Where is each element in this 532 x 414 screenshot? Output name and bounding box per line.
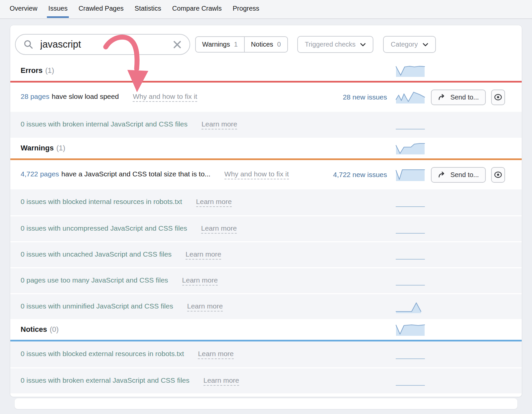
zero-issue-text: 0 issues with broken internal JavaScript… (21, 120, 188, 128)
tab-progress[interactable]: Progress (232, 5, 260, 18)
section-header-spacer: Warnings(1) (21, 144, 328, 152)
sparkline-cell (395, 347, 426, 361)
bottom-scroll-strip[interactable] (15, 398, 517, 409)
sparkline-cell (395, 222, 426, 236)
issues-panel: Warnings 1 Notices 0 Triggered checks Ca… (10, 25, 522, 397)
why-how-to-fix-link[interactable]: Why and how to fix it (133, 93, 197, 102)
send-to-button[interactable]: Send to... (431, 90, 486, 105)
triggered-checks-dropdown[interactable]: Triggered checks (297, 36, 374, 53)
sparkline-cell (395, 64, 426, 78)
section-count: (0) (50, 325, 59, 334)
learn-more-link[interactable]: Learn more (187, 302, 223, 311)
triggered-checks-label: Triggered checks (305, 41, 356, 48)
issue-row-main: 28 pageshave slow load speedWhy and how … (21, 93, 328, 102)
filter-notices-count: 0 (277, 41, 281, 48)
learn-more-link[interactable]: Learn more (198, 350, 233, 359)
zero-issue-row: 0 issues with blocked internal resources… (10, 189, 522, 215)
issue-row-main: 0 pages use too many JavaScript and CSS … (21, 276, 328, 286)
learn-more-link[interactable]: Learn more (201, 120, 237, 129)
new-issues-link[interactable]: 4,722 new issues (333, 171, 387, 178)
zero-issue-row: 0 issues with unminified JavaScript and … (10, 293, 522, 319)
trend-sparkline (395, 64, 426, 78)
filter-warnings-label: Warnings (202, 41, 230, 48)
send-to-label: Send to... (450, 171, 479, 179)
trend-sparkline (395, 141, 426, 155)
filter-notices[interactable]: Notices 0 (244, 37, 287, 52)
trend-sparkline (395, 168, 426, 182)
sparkline-cell (395, 248, 426, 262)
issue-row-text: have a JavaScript and CSS total size tha… (62, 170, 210, 178)
hide-issue-button[interactable] (491, 90, 505, 105)
section-count: (1) (56, 144, 65, 152)
trend-sparkline (395, 195, 426, 209)
sparkline-cell (395, 168, 426, 182)
learn-more-link[interactable]: Learn more (186, 250, 221, 260)
tab-overview[interactable]: Overview (9, 5, 38, 18)
zero-issue-row: 0 issues with uncached JavaScript and CS… (10, 241, 522, 267)
section-header-warnings: Warnings(1) (10, 138, 522, 158)
zero-issue-text: 0 issues with uncached JavaScript and CS… (21, 250, 172, 258)
issue-pages-link[interactable]: 28 pages (21, 93, 49, 101)
section-count: (1) (45, 66, 54, 75)
section-title: Notices (21, 325, 47, 334)
learn-more-link[interactable]: Learn more (203, 376, 239, 386)
why-how-to-fix-link[interactable]: Why and how to fix it (224, 170, 289, 179)
issues-list: Errors(1)28 pageshave slow load speedWhy… (10, 60, 522, 393)
section-header-errors: Errors(1) (10, 60, 522, 81)
sparkline-cell (395, 300, 426, 314)
issue-row-main: 4,722 pageshave a JavaScript and CSS tot… (21, 170, 328, 179)
search-input[interactable] (40, 39, 173, 50)
issue-row-main: 0 issues with blocked external resources… (21, 350, 328, 359)
sparkline-cell (395, 274, 426, 288)
trend-sparkline (395, 347, 426, 361)
issue-row-main: 0 issues with broken external JavaScript… (21, 376, 328, 386)
zero-issue-text: 0 issues with blocked internal resources… (21, 198, 182, 206)
row-actions: Send to... (433, 90, 505, 105)
issue-row-main: 0 issues with uncached JavaScript and CS… (21, 250, 328, 260)
tab-issues[interactable]: Issues (48, 5, 68, 18)
trend-sparkline (395, 300, 426, 314)
issue-row-main: 0 issues with broken internal JavaScript… (21, 120, 328, 129)
filters-toolbar: Warnings 1 Notices 0 Triggered checks Ca… (10, 25, 522, 60)
new-issues-cell: 4,722 new issues (328, 171, 387, 179)
section-title: Warnings (21, 144, 54, 152)
zero-issue-row: 0 issues with uncompressed JavaScript an… (10, 215, 522, 241)
tab-statistics[interactable]: Statistics (134, 5, 162, 18)
hide-issue-button[interactable] (491, 167, 505, 183)
send-arrow-icon (438, 94, 446, 101)
search-box[interactable] (15, 34, 190, 55)
chevron-down-icon (423, 41, 428, 48)
sparkline-cell (395, 322, 426, 336)
sparkline-cell (395, 118, 426, 132)
section-title: Errors (21, 66, 43, 75)
top-navigation: Overview Issues Crawled Pages Statistics… (0, 0, 532, 19)
section-header-spacer: Errors(1) (21, 66, 328, 75)
zero-issue-text: 0 issues with blocked external resources… (21, 350, 184, 358)
clear-search-icon[interactable] (173, 40, 182, 49)
tab-compare-crawls[interactable]: Compare Crawls (172, 5, 222, 18)
tab-crawled-pages[interactable]: Crawled Pages (78, 5, 124, 18)
new-issues-cell: 28 new issues (328, 93, 387, 101)
send-to-button[interactable]: Send to... (431, 167, 486, 183)
trend-sparkline (395, 274, 426, 288)
zero-issue-text: 0 issues with unminified JavaScript and … (21, 302, 173, 310)
learn-more-link[interactable]: Learn more (182, 276, 218, 286)
category-dropdown[interactable]: Category (383, 36, 436, 53)
issue-pages-link[interactable]: 4,722 pages (21, 170, 59, 178)
zero-issue-text: 0 pages use too many JavaScript and CSS … (21, 276, 168, 284)
eye-icon (494, 170, 502, 179)
filter-warnings[interactable]: Warnings 1 (196, 37, 244, 52)
category-label: Category (391, 41, 418, 48)
learn-more-link[interactable]: Learn more (196, 198, 232, 207)
learn-more-link[interactable]: Learn more (201, 224, 237, 234)
zero-issue-text: 0 issues with broken external JavaScript… (21, 376, 190, 384)
section-header-spacer: Notices(0) (21, 325, 328, 334)
sparkline-cell (395, 90, 426, 104)
send-to-label: Send to... (450, 94, 479, 101)
trend-sparkline (395, 248, 426, 262)
trend-sparkline (395, 222, 426, 236)
new-issues-link[interactable]: 28 new issues (343, 93, 387, 101)
zero-issue-row: 0 pages use too many JavaScript and CSS … (10, 267, 522, 293)
issue-row-main: 0 issues with unminified JavaScript and … (21, 302, 328, 311)
zero-issue-text: 0 issues with uncompressed JavaScript an… (21, 224, 187, 232)
